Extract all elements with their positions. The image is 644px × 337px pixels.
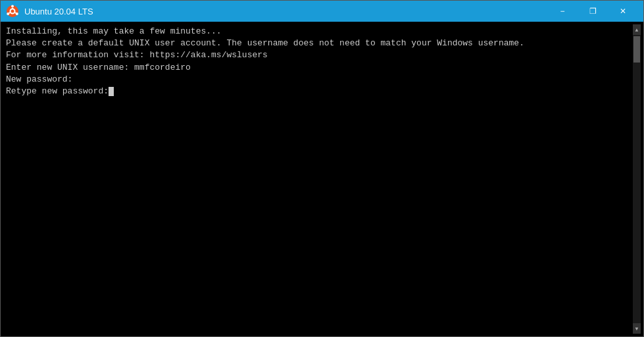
ubuntu-icon bbox=[6, 5, 19, 18]
terminal-body: Installing, this may take a few minutes.… bbox=[1, 22, 643, 336]
svg-line-7 bbox=[9, 13, 10, 13]
titlebar: Ubuntu 20.04 LTS − ❐ ✕ bbox=[1, 1, 643, 22]
titlebar-controls: − ❐ ✕ bbox=[547, 1, 638, 22]
svg-point-2 bbox=[11, 5, 14, 8]
minimize-button[interactable]: − bbox=[547, 1, 578, 22]
close-button[interactable]: ✕ bbox=[608, 1, 638, 22]
titlebar-left: Ubuntu 20.04 LTS bbox=[6, 5, 93, 18]
svg-line-6 bbox=[15, 13, 16, 13]
terminal-content[interactable]: Installing, this may take a few minutes.… bbox=[3, 24, 633, 334]
cursor bbox=[109, 87, 114, 96]
scroll-down-arrow[interactable]: ▼ bbox=[633, 323, 641, 334]
scrollbar-thumb[interactable] bbox=[633, 36, 640, 63]
terminal-window: Ubuntu 20.04 LTS − ❐ ✕ Installing, this … bbox=[0, 0, 644, 337]
maximize-button[interactable]: ❐ bbox=[578, 1, 608, 22]
scroll-up-arrow[interactable]: ▲ bbox=[633, 24, 641, 35]
scrollbar: ▲ ▼ bbox=[633, 24, 641, 334]
titlebar-title: Ubuntu 20.04 LTS bbox=[24, 7, 93, 16]
